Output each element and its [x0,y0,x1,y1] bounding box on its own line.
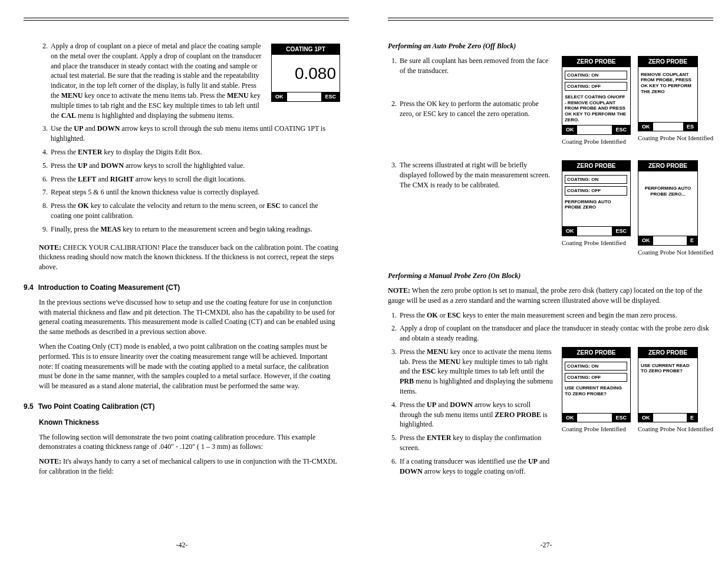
list-item: Press the OK key to perform the automati… [398,99,554,119]
device-not-identified: ZERO PROBE PERFORMING AUTO PROBE ZERO...… [638,160,713,257]
manual-zero-title: Performing a Manual Probe Zero (On Block… [388,271,713,281]
device-caption: Coating Probe Identified [562,137,631,146]
right-page: Performing an Auto Probe Zero (Off Block… [364,0,728,562]
list-item: Repeat steps 5 & 6 until the known thick… [50,187,340,197]
known-thickness-title: Known Thickness [39,418,340,428]
auto-steps: Press the OK key to perform the automati… [388,99,554,119]
device-digits: 0.080 [272,55,340,92]
device-identified: ZERO PROBE COATING: ON COATING: OFF USE … [562,347,631,473]
device-identified: ZERO PROBE COATING: ON COATING: OFF SELE… [562,56,631,146]
page-number: -27- [364,540,728,550]
auto-steps: Be sure all couplant has been removed fr… [388,56,554,76]
auto-steps: The screens illustrated at right will be… [388,160,554,190]
device-caption: Coating Probe Identified [562,425,631,434]
list-item: Press the OK key to calculate the veloci… [50,201,340,221]
section-9-4-title: 9.4Introduction to Coating Measurement (… [24,283,340,293]
list-item: Use the UP and DOWN arrow keys to scroll… [50,124,340,144]
list-item: Press the ENTER key to display the confi… [398,433,554,453]
device-caption: Coating Probe Not Identified [638,425,713,434]
list-item: If a coating transducer was identified u… [398,457,554,477]
device-caption: Coating Probe Identified [562,239,631,247]
note-paragraph: NOTE: It's always handy to carry a set o… [39,457,340,477]
list-item: Press the OK or ESC keys to enter the ma… [398,310,713,320]
list-item: Apply a drop of couplant on the transduc… [398,323,713,343]
device-caption: Coating Probe Not Identified [638,134,713,143]
manual-steps: Press the OK or ESC keys to enter the ma… [388,310,713,343]
esc-label: ESC [321,92,340,101]
device-caption: Coating Probe Not Identified [638,248,713,257]
left-page: COATING 1PT 0.080 OK ESC Apply a drop of… [0,0,364,562]
manual-steps: Press the MENU key once to activate the … [388,347,554,477]
paragraph: When the Coating Only (CT) mode is enabl… [39,342,340,391]
note-paragraph: NOTE: When the zero probe option is set … [388,286,713,306]
device-not-identified: ZERO PROBE USE CURRENT READ TO ZERO PROB… [638,347,713,473]
device-not-identified: ZERO PROBE REMOVE COUPLANT FROM PROBE, P… [638,56,713,146]
section-9-5-title: 9.5Two Point Coating Calibration (CT) [24,402,340,412]
device-identified: ZERO PROBE COATING: ON COATING: OFF PERF… [562,160,631,257]
device-header: COATING 1PT [272,44,340,55]
list-item: Press the ENTER key to display the Digit… [50,147,340,157]
list-item: Be sure all couplant has been removed fr… [398,56,554,76]
paragraph: In the previous sections we've discussed… [39,297,340,337]
list-item: Finally, press the MEAS key to return to… [50,224,340,234]
list-item: Press the UP and DOWN arrow keys to scro… [398,400,554,429]
page-number: -42- [0,540,364,550]
list-item: Press the UP and DOWN arrow keys to scro… [50,161,340,171]
page-rule [388,18,713,21]
coating-1pt-device: COATING 1PT 0.080 OK ESC [271,44,340,103]
page-rule [24,18,349,21]
list-item: Press the MENU key once to activate the … [398,347,554,396]
paragraph: The following section will demonstrate t… [39,432,340,452]
auto-zero-title: Performing an Auto Probe Zero (Off Block… [388,41,713,51]
list-item: Press the LEFT and RIGHT arrow keys to s… [50,174,340,184]
list-item: The screens illustrated at right will be… [398,160,554,190]
ok-label: OK [272,92,287,101]
note-paragraph: NOTE: CHECK YOUR CALIBRATION! Place the … [39,243,340,272]
